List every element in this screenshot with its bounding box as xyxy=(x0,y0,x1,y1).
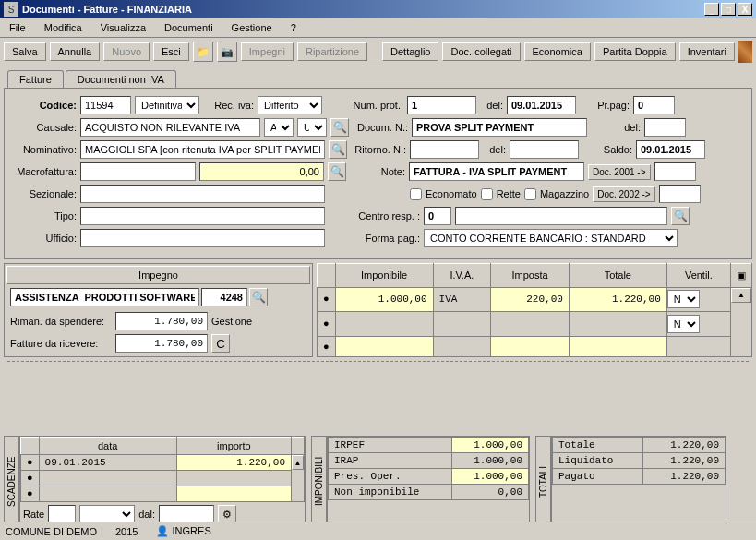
menu-documenti[interactable]: Documenti xyxy=(159,20,219,35)
rate-input[interactable] xyxy=(48,505,76,523)
economica-button[interactable]: Economica xyxy=(524,42,591,61)
macrofattura-val-input[interactable] xyxy=(199,162,324,181)
doc-2002-button[interactable]: Doc. 2002 -> xyxy=(593,186,655,202)
rec-iva-select[interactable]: Differito xyxy=(258,96,322,114)
ripartizione-button[interactable]: Ripartizione xyxy=(297,42,367,61)
forma-pag-select[interactable]: CONTO CORRENTE BANCARIO : STANDARD xyxy=(424,229,678,247)
impegno-search-icon[interactable]: 🔍 xyxy=(249,288,268,306)
r3-ventil[interactable] xyxy=(666,337,730,357)
minimize-button[interactable]: _ xyxy=(704,3,719,16)
inventari-button[interactable]: Inventari xyxy=(679,42,735,61)
scadenze-importo[interactable]: 1.220,00 xyxy=(176,455,291,471)
r1-imponibile[interactable]: 1.000,00 xyxy=(335,287,433,312)
ritorno-n-input[interactable] xyxy=(410,140,479,159)
partita-doppia-button[interactable]: Partita Doppia xyxy=(594,42,676,61)
causale-input[interactable] xyxy=(80,118,260,137)
scadenze-data[interactable]: 09.01.2015 xyxy=(39,455,176,471)
del-input-2[interactable] xyxy=(644,118,686,137)
tipo-input[interactable] xyxy=(80,207,325,225)
r3-imposta[interactable] xyxy=(491,337,570,357)
sc-marker-1[interactable]: ● xyxy=(21,455,40,471)
doc-collegati-button[interactable]: Doc. collegati xyxy=(442,42,520,61)
causale-u-select[interactable]: U xyxy=(297,118,327,137)
row-marker-icon-3[interactable]: ● xyxy=(318,337,336,357)
centro-resp-input[interactable] xyxy=(424,207,451,225)
doc-2001-input[interactable] xyxy=(654,162,696,181)
menu-file[interactable]: File xyxy=(4,20,31,35)
doc-2002-input[interactable] xyxy=(659,185,701,203)
del-input-1[interactable] xyxy=(507,96,576,114)
row-marker-icon-2[interactable]: ● xyxy=(318,312,336,337)
nuovo-button[interactable]: Nuovo xyxy=(103,42,150,61)
docum-n-input[interactable] xyxy=(412,118,587,137)
causale-search-icon[interactable]: 🔍 xyxy=(330,118,349,137)
centro-resp-search-icon[interactable]: 🔍 xyxy=(671,207,690,225)
status-select[interactable]: Definitiva xyxy=(135,96,199,114)
dettaglio-button[interactable]: Dettaglio xyxy=(382,42,438,61)
sc-r2-data[interactable] xyxy=(39,471,176,486)
maximize-button[interactable]: □ xyxy=(721,3,736,16)
tab-documenti-non-iva[interactable]: Documenti non IVA xyxy=(66,70,176,88)
dal-input[interactable] xyxy=(159,505,214,523)
toolbar-icon-1[interactable]: 📁 xyxy=(193,42,213,62)
ufficio-input[interactable] xyxy=(80,229,325,247)
menu-help[interactable]: ? xyxy=(285,20,302,35)
rate-action-icon[interactable]: ⚙ xyxy=(218,505,236,523)
non-imponibile-val[interactable]: 0,00 xyxy=(451,485,528,500)
codice-input[interactable] xyxy=(80,96,131,114)
r1-ventil-select[interactable]: N xyxy=(667,290,700,308)
r2-imposta[interactable] xyxy=(491,312,570,337)
sc-marker-3[interactable]: ● xyxy=(21,486,40,502)
sezionale-input[interactable] xyxy=(80,185,325,203)
r2-imponibile[interactable] xyxy=(335,312,433,337)
toolbar-icon-2[interactable]: 📷 xyxy=(217,42,237,62)
c-button[interactable]: C xyxy=(211,334,230,353)
menu-modifica[interactable]: Modifica xyxy=(39,20,88,35)
menu-visualizza[interactable]: Visualizza xyxy=(95,20,151,35)
r3-imponibile[interactable] xyxy=(335,337,433,357)
irpef-val[interactable]: 1.000,00 xyxy=(451,438,528,453)
doc-2001-button[interactable]: Doc. 2001 -> xyxy=(588,164,651,180)
nominativo-input[interactable] xyxy=(80,140,325,159)
menu-gestione[interactable]: Gestione xyxy=(226,20,278,35)
r2-ventil-select[interactable]: N xyxy=(667,315,700,333)
rate-select[interactable] xyxy=(79,505,135,523)
r1-totale[interactable]: 1.220,00 xyxy=(569,287,666,312)
causale-a-select[interactable]: A xyxy=(264,118,294,137)
note-input[interactable] xyxy=(409,162,584,181)
pr-pag-input[interactable] xyxy=(633,96,675,114)
tab-fatture[interactable]: Fatture xyxy=(7,70,64,88)
row-marker-icon[interactable]: ● xyxy=(318,287,336,312)
impegno-code-input[interactable] xyxy=(201,288,247,306)
grid-scrollbar[interactable]: ▲ xyxy=(731,287,752,356)
del-input-3[interactable] xyxy=(510,140,579,159)
esci-button[interactable]: Esci xyxy=(153,42,189,61)
impegno-desc-input[interactable] xyxy=(10,288,199,306)
r3-totale[interactable] xyxy=(569,337,666,357)
rette-checkbox[interactable] xyxy=(481,188,493,200)
close-button[interactable]: X xyxy=(738,3,752,16)
salva-button[interactable]: Salva xyxy=(4,42,46,61)
sc-r2-importo[interactable] xyxy=(176,471,291,486)
irap-val[interactable]: 1.000,00 xyxy=(451,453,528,469)
impegni-button[interactable]: Impegni xyxy=(241,42,294,61)
sc-r3-importo[interactable] xyxy=(176,486,291,502)
sc-scroll[interactable]: ▲ xyxy=(292,455,305,502)
r1-imposta[interactable]: 220,00 xyxy=(491,287,570,312)
num-prot-input[interactable] xyxy=(407,96,476,114)
r1-iva[interactable]: IVA xyxy=(433,287,491,312)
macrofattura-input[interactable] xyxy=(80,162,196,181)
nominativo-search-icon[interactable]: 🔍 xyxy=(329,140,347,159)
r2-iva[interactable] xyxy=(433,312,491,337)
pres-oper-val[interactable]: 1.000,00 xyxy=(451,469,528,485)
sc-marker-2[interactable]: ● xyxy=(21,471,40,486)
centro-resp-desc-input[interactable] xyxy=(455,207,667,225)
macrofattura-search-icon[interactable]: 🔍 xyxy=(328,162,346,181)
saldo-input[interactable] xyxy=(636,140,705,159)
economato-checkbox[interactable] xyxy=(410,188,422,200)
r3-iva[interactable] xyxy=(433,337,491,357)
annulla-button[interactable]: Annulla xyxy=(50,42,101,61)
sc-r3-data[interactable] xyxy=(39,486,176,502)
r2-totale[interactable] xyxy=(569,312,666,337)
magazzino-checkbox[interactable] xyxy=(524,188,536,200)
